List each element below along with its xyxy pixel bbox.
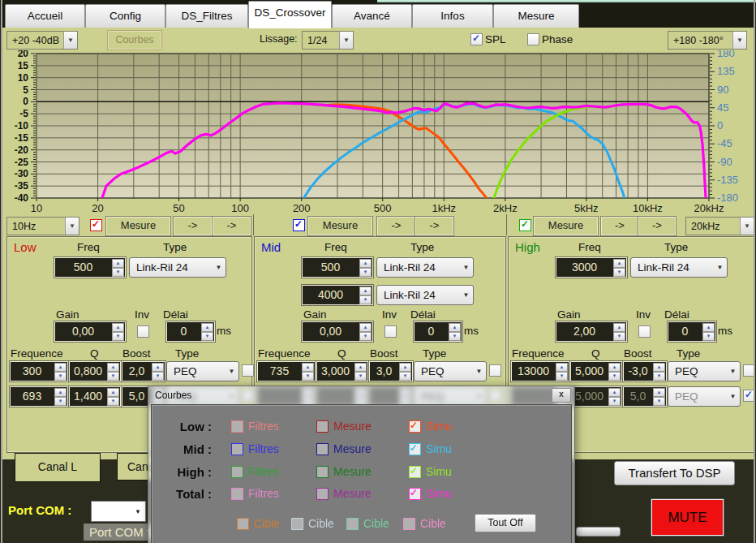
- low-peq1-boost-spinner[interactable]: 2,0▲▼: [122, 361, 165, 381]
- spin-down-icon[interactable]: ▼: [608, 372, 621, 381]
- chevron-down-icon[interactable]: ▼: [459, 264, 473, 271]
- canal-l-tab[interactable]: Canal L: [15, 453, 101, 482]
- mid-peq1-freq-spinner[interactable]: 735▲▼: [257, 361, 316, 381]
- total-simu-checkbox[interactable]: [409, 488, 421, 500]
- chevron-down-icon[interactable]: ▼: [726, 393, 740, 400]
- tab-ds-crossover[interactable]: DS_Crossover: [248, 1, 332, 28]
- spin-down-icon[interactable]: ▼: [107, 397, 119, 406]
- high-mesure-button[interactable]: Mesure: [534, 217, 598, 235]
- spin-up-icon[interactable]: ▲: [613, 259, 625, 268]
- high-xover-freq-spinner[interactable]: 3000▲▼: [556, 257, 627, 278]
- phase-checkbox[interactable]: [527, 33, 539, 45]
- spin-down-icon[interactable]: ▼: [201, 332, 213, 341]
- spin-down-icon[interactable]: ▼: [112, 268, 124, 277]
- spin-down-icon[interactable]: ▼: [613, 268, 625, 277]
- spin-up-icon[interactable]: ▲: [152, 363, 164, 372]
- chevron-down-icon[interactable]: ▼: [459, 291, 473, 299]
- low-arrow-button-1[interactable]: ->: [174, 217, 212, 235]
- spin-up-icon[interactable]: ▲: [54, 363, 67, 372]
- low-xover-type-select[interactable]: Link-Ril 24▼: [129, 257, 226, 278]
- close-icon[interactable]: x: [552, 388, 571, 403]
- start-freq-select[interactable]: 10Hz▼: [6, 217, 79, 235]
- chevron-down-icon[interactable]: ▼: [63, 32, 77, 49]
- mid-arrow-button-2[interactable]: ->: [415, 217, 453, 235]
- high-peq1-freq-spinner[interactable]: 13000▲▼: [511, 361, 569, 381]
- high-delai-spinner[interactable]: 0▲▼: [668, 321, 716, 342]
- chevron-down-icon[interactable]: ▼: [713, 264, 727, 271]
- mid-simu-checkbox[interactable]: [409, 443, 421, 455]
- tab-infos[interactable]: Infos: [412, 4, 493, 28]
- low-mesure-checkbox[interactable]: [316, 420, 329, 433]
- low-delai-spinner[interactable]: 0▲▼: [166, 321, 215, 342]
- spin-down-icon[interactable]: ▼: [613, 332, 625, 341]
- spin-down-icon[interactable]: ▼: [359, 332, 372, 341]
- high-mesure-checkbox[interactable]: [316, 466, 329, 478]
- mid-trace-checkbox[interactable]: [293, 219, 305, 231]
- spin-down-icon[interactable]: ▼: [112, 332, 124, 341]
- mid-mesure-checkbox[interactable]: [316, 443, 329, 455]
- total-mesure-checkbox[interactable]: [316, 488, 329, 500]
- low-arrow-button-2[interactable]: ->: [213, 217, 251, 235]
- low-inv-checkbox[interactable]: [137, 325, 149, 338]
- chevron-down-icon[interactable]: ▼: [131, 508, 145, 515]
- low-filtres-checkbox[interactable]: [231, 420, 243, 433]
- chevron-down-icon[interactable]: ▼: [339, 32, 353, 49]
- mid-arrow-button-1[interactable]: ->: [377, 217, 415, 235]
- spin-down-icon[interactable]: ▼: [152, 372, 164, 381]
- cible-total-checkbox[interactable]: [403, 518, 415, 530]
- spin-down-icon[interactable]: ▼: [354, 372, 367, 381]
- spin-up-icon[interactable]: ▲: [302, 363, 314, 372]
- spin-down-icon[interactable]: ▼: [449, 332, 461, 341]
- mid-xover1-freq-spinner[interactable]: 500▲▼: [302, 257, 373, 278]
- high-peq2-boost-spinner[interactable]: 5,0▲▼: [623, 386, 667, 407]
- phase-range-select[interactable]: +180 -180°▼: [668, 31, 747, 50]
- spin-down-icon[interactable]: ▼: [359, 295, 372, 304]
- low-peq2-freq-spinner[interactable]: 693▲▼: [10, 386, 68, 407]
- spin-up-icon[interactable]: ▲: [359, 323, 372, 332]
- chevron-down-icon[interactable]: ▼: [740, 218, 754, 235]
- chevron-down-icon[interactable]: ▼: [225, 368, 238, 375]
- mid-peq1-boost-spinner[interactable]: 3,0▲▼: [369, 361, 413, 381]
- high-peq1-boost-spinner[interactable]: -3,0▲▼: [623, 361, 667, 381]
- high-filtres-checkbox[interactable]: [231, 466, 243, 478]
- db-range-select[interactable]: +20 -40dB▼: [6, 31, 78, 50]
- mid-peq1-q-spinner[interactable]: 3,000▲▼: [316, 361, 368, 381]
- low-xover-freq-spinner[interactable]: 500▲▼: [54, 257, 126, 278]
- mid-filtres-checkbox[interactable]: [231, 443, 243, 455]
- spin-up-icon[interactable]: ▲: [201, 323, 213, 332]
- spin-up-icon[interactable]: ▲: [653, 363, 665, 372]
- high-simu-checkbox[interactable]: [409, 466, 421, 478]
- high-xover-type-select[interactable]: Link-Ril 24▼: [630, 257, 728, 278]
- spin-down-icon[interactable]: ▼: [359, 268, 372, 277]
- total-filtres-checkbox[interactable]: [231, 488, 243, 500]
- spin-up-icon[interactable]: ▲: [107, 388, 119, 397]
- courbes-button[interactable]: Courbes: [108, 31, 161, 50]
- lissage-select[interactable]: 1/24▼: [302, 31, 354, 50]
- mid-delai-spinner[interactable]: 0▲▼: [414, 321, 462, 342]
- transfert-to-dsp-button[interactable]: Transfert To DSP: [614, 461, 735, 485]
- cible-low-checkbox[interactable]: [237, 518, 249, 530]
- mid-xover1-type-select[interactable]: Link-Ril 24▼: [376, 257, 474, 278]
- low-mesure-button[interactable]: Mesure: [106, 217, 170, 235]
- spin-down-icon[interactable]: ▼: [653, 397, 665, 406]
- low-peq1-freq-spinner[interactable]: 300▲▼: [10, 361, 68, 381]
- spin-up-icon[interactable]: ▲: [54, 388, 67, 397]
- spin-up-icon[interactable]: ▲: [112, 323, 124, 332]
- mid-xover2-freq-spinner[interactable]: 4000▲▼: [302, 285, 373, 305]
- spin-up-icon[interactable]: ▲: [653, 388, 665, 397]
- spin-down-icon[interactable]: ▼: [302, 372, 314, 381]
- spin-up-icon[interactable]: ▲: [702, 323, 715, 332]
- high-peq2-type-select[interactable]: PEQ▼: [668, 386, 741, 407]
- spin-down-icon[interactable]: ▼: [556, 372, 568, 381]
- spin-up-icon[interactable]: ▲: [449, 323, 461, 332]
- spin-up-icon[interactable]: ▲: [107, 363, 119, 372]
- high-arrow-button-2[interactable]: ->: [638, 217, 676, 235]
- tab-avance[interactable]: Avancé: [332, 4, 412, 28]
- tab-ds-filtres[interactable]: DS_Filtres: [165, 4, 248, 28]
- end-freq-select[interactable]: 20kHz▼: [685, 217, 754, 235]
- spin-down-icon[interactable]: ▼: [702, 332, 715, 341]
- spin-up-icon[interactable]: ▲: [359, 287, 372, 295]
- chevron-down-icon[interactable]: ▼: [65, 218, 79, 235]
- low-peq1-q-spinner[interactable]: 0,800▲▼: [69, 361, 121, 381]
- tab-accueil[interactable]: Accueil: [5, 4, 85, 28]
